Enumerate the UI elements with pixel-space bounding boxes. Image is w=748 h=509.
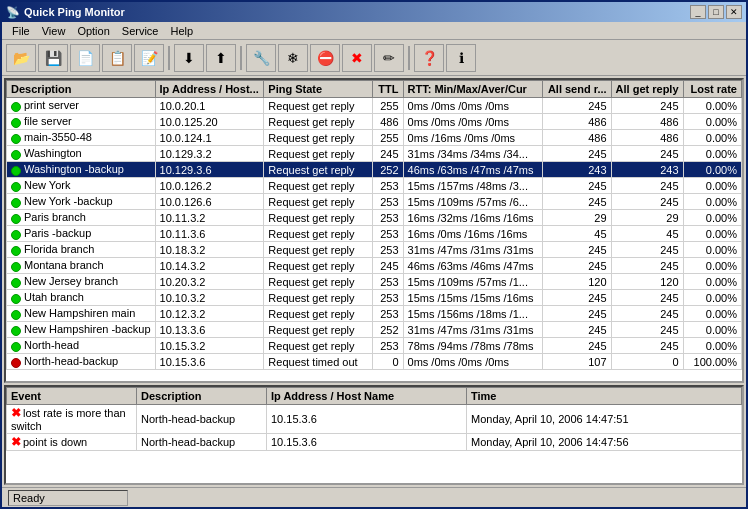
status-dot-8 bbox=[11, 230, 21, 240]
status-dot-1 bbox=[11, 118, 21, 128]
freeze-button[interactable]: ❄ bbox=[278, 44, 308, 72]
sep2 bbox=[240, 46, 242, 70]
cell-state-3: Request get reply bbox=[264, 146, 372, 162]
table-row[interactable]: Washington -backup 10.129.3.6 Request ge… bbox=[7, 162, 742, 178]
cell-state-2: Request get reply bbox=[264, 130, 372, 146]
table-row[interactable]: main-3550-48 10.0.124.1 Request get repl… bbox=[7, 130, 742, 146]
status-dot-16 bbox=[11, 358, 21, 368]
window-controls: _ □ ✕ bbox=[690, 5, 742, 19]
table-row[interactable]: North-head 10.15.3.2 Request get reply 2… bbox=[7, 338, 742, 354]
stop-button[interactable]: ⛔ bbox=[310, 44, 340, 72]
cell-ttl-9: 253 bbox=[372, 242, 403, 258]
cell-reply-1: 486 bbox=[611, 114, 683, 130]
cell-ip-15: 10.15.3.2 bbox=[155, 338, 264, 354]
event-col-event[interactable]: Event bbox=[7, 388, 137, 405]
cell-rtt-13: 15ms /156ms /18ms /1... bbox=[403, 306, 543, 322]
minimize-button[interactable]: _ bbox=[690, 5, 706, 19]
table-row[interactable]: Florida branch 10.18.3.2 Request get rep… bbox=[7, 242, 742, 258]
cell-ip-11: 10.20.3.2 bbox=[155, 274, 264, 290]
menu-service[interactable]: Service bbox=[116, 25, 165, 37]
cell-rtt-12: 15ms /15ms /15ms /16ms bbox=[403, 290, 543, 306]
table-row[interactable]: North-head-backup 10.15.3.6 Request time… bbox=[7, 354, 742, 370]
open-button[interactable]: 📂 bbox=[6, 44, 36, 72]
cell-ttl-4: 252 bbox=[372, 162, 403, 178]
cell-ttl-5: 253 bbox=[372, 178, 403, 194]
header-reply[interactable]: All get reply bbox=[611, 81, 683, 98]
status-bar: Ready bbox=[2, 487, 746, 507]
cell-rtt-15: 78ms /94ms /78ms /78ms bbox=[403, 338, 543, 354]
event-row[interactable]: ✖point is down North-head-backup 10.15.3… bbox=[7, 434, 742, 451]
cell-send-8: 45 bbox=[543, 226, 611, 242]
header-rtt[interactable]: RTT: Min/Max/Aver/Cur bbox=[403, 81, 543, 98]
down-button[interactable]: ⬇ bbox=[174, 44, 204, 72]
cell-rtt-7: 16ms /32ms /16ms /16ms bbox=[403, 210, 543, 226]
table-row[interactable]: Washington 10.129.3.2 Request get reply … bbox=[7, 146, 742, 162]
header-lost[interactable]: Lost rate bbox=[683, 81, 741, 98]
cell-lost-1: 0.00% bbox=[683, 114, 741, 130]
maximize-button[interactable]: □ bbox=[708, 5, 724, 19]
cell-desc-11: New Jersey branch bbox=[7, 274, 156, 290]
help-button[interactable]: ❓ bbox=[414, 44, 444, 72]
table-row[interactable]: New Hampshiren -backup 10.13.3.6 Request… bbox=[7, 322, 742, 338]
table-row[interactable]: file server 10.0.125.20 Request get repl… bbox=[7, 114, 742, 130]
cell-desc-2: main-3550-48 bbox=[7, 130, 156, 146]
menu-help[interactable]: Help bbox=[165, 25, 200, 37]
cell-send-14: 245 bbox=[543, 322, 611, 338]
cell-send-6: 245 bbox=[543, 194, 611, 210]
app-icon: 📡 bbox=[6, 6, 20, 19]
cell-ttl-15: 253 bbox=[372, 338, 403, 354]
cell-send-10: 245 bbox=[543, 258, 611, 274]
cell-reply-2: 486 bbox=[611, 130, 683, 146]
event-row[interactable]: ✖lost rate is more than switch North-hea… bbox=[7, 405, 742, 434]
table-row[interactable]: New Hampshiren main 10.12.3.2 Request ge… bbox=[7, 306, 742, 322]
menu-file[interactable]: File bbox=[6, 25, 36, 37]
main-window: 📡 Quick Ping Monitor _ □ ✕ File View Opt… bbox=[0, 0, 748, 509]
table-row[interactable]: New Jersey branch 10.20.3.2 Request get … bbox=[7, 274, 742, 290]
event-col-ip[interactable]: Ip Address / Host Name bbox=[267, 388, 467, 405]
info-button[interactable]: ℹ bbox=[446, 44, 476, 72]
cell-reply-5: 245 bbox=[611, 178, 683, 194]
cell-send-3: 245 bbox=[543, 146, 611, 162]
header-description[interactable]: Description bbox=[7, 81, 156, 98]
header-ttl[interactable]: TTL bbox=[372, 81, 403, 98]
cell-state-8: Request get reply bbox=[264, 226, 372, 242]
table-row[interactable]: New York 10.0.126.2 Request get reply 25… bbox=[7, 178, 742, 194]
cell-state-10: Request get reply bbox=[264, 258, 372, 274]
table-row[interactable]: Montana branch 10.14.3.2 Request get rep… bbox=[7, 258, 742, 274]
delete-button[interactable]: ✖ bbox=[342, 44, 372, 72]
event-col-desc[interactable]: Description bbox=[137, 388, 267, 405]
table-row[interactable]: Utah branch 10.10.3.2 Request get reply … bbox=[7, 290, 742, 306]
cell-ttl-6: 253 bbox=[372, 194, 403, 210]
cell-desc-14: New Hampshiren -backup bbox=[7, 322, 156, 338]
table-row[interactable]: Paris -backup 10.11.3.6 Request get repl… bbox=[7, 226, 742, 242]
menu-view[interactable]: View bbox=[36, 25, 72, 37]
header-state[interactable]: Ping State bbox=[264, 81, 372, 98]
table-row[interactable]: print server 10.0.20.1 Request get reply… bbox=[7, 98, 742, 114]
event-cell-event-1: ✖point is down bbox=[7, 434, 137, 451]
event-header-row: Event Description Ip Address / Host Name… bbox=[7, 388, 742, 405]
cell-desc-0: print server bbox=[7, 98, 156, 114]
cell-state-4: Request get reply bbox=[264, 162, 372, 178]
pencil-button[interactable]: ✏ bbox=[374, 44, 404, 72]
event-col-time[interactable]: Time bbox=[467, 388, 742, 405]
cell-reply-11: 120 bbox=[611, 274, 683, 290]
cell-state-12: Request get reply bbox=[264, 290, 372, 306]
cell-ip-14: 10.13.3.6 bbox=[155, 322, 264, 338]
header-ip[interactable]: Ip Address / Host... bbox=[155, 81, 264, 98]
close-button[interactable]: ✕ bbox=[726, 5, 742, 19]
new-button[interactable]: 📄 bbox=[70, 44, 100, 72]
save-button[interactable]: 💾 bbox=[38, 44, 68, 72]
status-dot-3 bbox=[11, 150, 21, 160]
edit-button[interactable]: 📝 bbox=[134, 44, 164, 72]
cell-desc-7: Paris branch bbox=[7, 210, 156, 226]
cell-lost-12: 0.00% bbox=[683, 290, 741, 306]
table-row[interactable]: Paris branch 10.11.3.2 Request get reply… bbox=[7, 210, 742, 226]
cell-lost-8: 0.00% bbox=[683, 226, 741, 242]
cell-send-11: 120 bbox=[543, 274, 611, 290]
menu-option[interactable]: Option bbox=[71, 25, 115, 37]
header-send[interactable]: All send r... bbox=[543, 81, 611, 98]
table-row[interactable]: New York -backup 10.0.126.6 Request get … bbox=[7, 194, 742, 210]
up-button[interactable]: ⬆ bbox=[206, 44, 236, 72]
settings-button[interactable]: 🔧 bbox=[246, 44, 276, 72]
copy-button[interactable]: 📋 bbox=[102, 44, 132, 72]
